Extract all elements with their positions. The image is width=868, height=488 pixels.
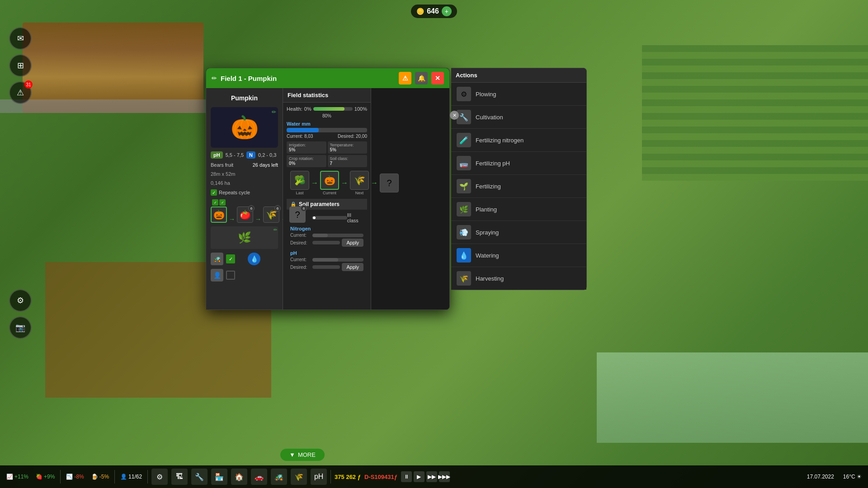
pause-button[interactable]: ⏸ (401, 471, 412, 482)
alert-button[interactable]: ⚠ 31 (9, 81, 32, 104)
pumpkin-title: Pumpkin (211, 93, 278, 103)
tool-sickle[interactable]: ⚙ (151, 469, 168, 485)
dialog-body: Pumpkin 🎃 ✏ pH 5,5 - 7,5 N 0,2 - 0,3 Bea… (206, 88, 449, 310)
timeline-next: 🌾 Next (350, 171, 369, 195)
harvesting-icon: 🌾 (457, 271, 471, 286)
crop-box-pumpkin[interactable]: 🎃 (211, 206, 227, 223)
ph-param-label: pH (290, 250, 363, 256)
beer-icon: 🍺 (91, 474, 98, 480)
temperature-label: Temperature: (330, 143, 365, 147)
more-button[interactable]: ▼ MORE (280, 449, 325, 461)
tool-ph[interactable]: pH (311, 469, 327, 485)
timeline-arrow-3: → (371, 179, 378, 187)
hud-stat-4: 🍺 -5% (90, 474, 111, 480)
soil-class-label: Soil class: (330, 156, 365, 161)
edit-plant-icon[interactable]: ✏ (272, 109, 276, 115)
spraying-label: Spraying (476, 229, 499, 236)
tool-tower[interactable]: 🏗 (171, 469, 188, 485)
pumpkin-panel: Pumpkin 🎃 ✏ pH 5,5 - 7,5 N 0,2 - 0,3 Bea… (206, 88, 283, 310)
fertilizing-nitrogen-action[interactable]: 🧪 Fertilizing nitrogen (451, 129, 586, 152)
person-icon[interactable]: 👤 (211, 269, 223, 282)
watering-icon: 💧 (457, 248, 471, 263)
watering-action[interactable]: 💧 Watering (451, 244, 586, 267)
crop-item-3: 🌾6 (263, 206, 279, 223)
action-check-1[interactable]: ✓ (226, 254, 235, 263)
plowing-action[interactable]: ⚙ Plowing (451, 83, 586, 106)
crop-check-active2[interactable]: ✓ (219, 199, 226, 206)
field-area: 0,146 ha (211, 180, 278, 186)
trend-up-icon: 📈 (6, 474, 13, 480)
timeline-current-label: Current (323, 191, 336, 195)
tool-shop[interactable]: 🏪 (211, 469, 227, 485)
water-current: Current: 8,03 (287, 134, 313, 139)
bg-greenhouse (597, 352, 868, 443)
crop-box-wheat[interactable]: 🌾6 (263, 206, 279, 223)
berry-icon: 🍓 (36, 474, 42, 480)
ph-desired-key: Desired: (290, 265, 311, 270)
ph-value: 5,5 - 7,5 (226, 152, 244, 158)
coin-counter: 🪙 646 + (411, 5, 457, 18)
field-thumb-emoji: 🌿 (238, 231, 251, 244)
fertilizing-ph-icon: 🧫 (457, 156, 471, 170)
layers-button[interactable]: ⊞ (9, 54, 32, 77)
stat-4-value: -5% (99, 474, 109, 480)
tool-wrench[interactable]: 🔧 (191, 469, 208, 485)
planting-icon: 🌿 (457, 202, 471, 216)
play-button[interactable]: ▶ (414, 471, 425, 482)
crop-count-2: 6 (274, 205, 281, 211)
dialog-header: ✏ Field 1 - Pumpkin ⚠ 🔔 ✕ (206, 68, 449, 88)
water-bar (287, 128, 367, 132)
tool-house[interactable]: 🏠 (231, 469, 247, 485)
bg-fields (642, 45, 868, 181)
irrigation-stat: Irrigation: 5% (287, 141, 326, 154)
stat-2-value: +9% (44, 474, 55, 480)
fertilizing-ph-label: Fertilizing pH (476, 160, 510, 167)
spraying-action[interactable]: 💨 Spraying (451, 221, 586, 244)
soil-class-row-value: III class (347, 212, 363, 223)
nitrogen-current-key: Current: (290, 233, 311, 238)
cycle-checkbox[interactable]: ✓ (211, 189, 217, 196)
water-stats: Current: 8,03 Desired: 20,00 (287, 134, 367, 139)
tool-combine[interactable]: 🌾 (291, 469, 307, 485)
arrow-icon-2: → (255, 216, 261, 223)
stat-1-value: +11% (14, 474, 28, 480)
bg-road (0, 99, 226, 113)
apply-ph-button[interactable]: Apply (342, 263, 363, 271)
field-edit-icon[interactable]: ✏ (274, 227, 277, 232)
water-drop-icon[interactable]: 💧 (248, 253, 260, 265)
fertilizing-action[interactable]: 🌱 Fertilizing (451, 175, 586, 198)
actions-close-x[interactable]: ✕ (450, 111, 459, 120)
apply-nitrogen-button[interactable]: Apply (342, 239, 363, 247)
warning-button[interactable]: ⚠ (399, 72, 411, 84)
trend-down-icon: 📉 (66, 474, 73, 480)
crop-check-active[interactable]: ✓ (212, 199, 218, 206)
planting-action[interactable]: 🌿 Planting (451, 198, 586, 221)
tool-vehicle[interactable]: 🚗 (251, 469, 267, 485)
cultivation-action[interactable]: 🔧 Cultivation (451, 106, 586, 129)
tool-tractor[interactable]: 🚜 (271, 469, 287, 485)
coin-count: 646 (427, 7, 439, 15)
nitrogen-label: Nitrogen (290, 226, 363, 231)
ph-current-row: Current: (290, 257, 363, 262)
field-dialog: ✏ Field 1 - Pumpkin ⚠ 🔔 ✕ Pumpkin 🎃 ✏ pH… (206, 68, 450, 310)
crop-box-unknown[interactable]: ?6 (289, 206, 306, 223)
action-check-2[interactable] (226, 271, 235, 280)
fertilizing-ph-action[interactable]: 🧫 Fertilizing pH (451, 152, 586, 175)
mail-button[interactable]: ✉ (9, 27, 32, 50)
hud-date: 17.07.2022 (807, 474, 834, 480)
ff1-button[interactable]: ▶▶ (426, 471, 437, 482)
settings-button[interactable]: ⚙ (9, 289, 32, 312)
crop-item-1: ✓ ✓ 🎃 (211, 199, 227, 223)
bell-button[interactable]: 🔔 (415, 72, 428, 84)
crop-box-tomato[interactable]: 🍅6 (237, 206, 253, 223)
field-statistics-content: Health: 0% 100% 80% Water mm Current: 8,… (283, 103, 371, 281)
ff2-button[interactable]: ▶▶▶ (439, 471, 450, 482)
nitrogen-desired-key: Desired: (290, 240, 311, 245)
bike-icon[interactable]: 🚜 (211, 253, 223, 265)
camera-button[interactable]: 📷 (9, 316, 32, 339)
harvesting-action[interactable]: 🌾 Harvesting (451, 267, 586, 290)
hud-stat-1: 📈 +11% (5, 474, 30, 480)
settings-icon: ⚙ (17, 296, 24, 305)
add-coin-button[interactable]: + (442, 6, 452, 16)
close-button[interactable]: ✕ (431, 72, 444, 84)
